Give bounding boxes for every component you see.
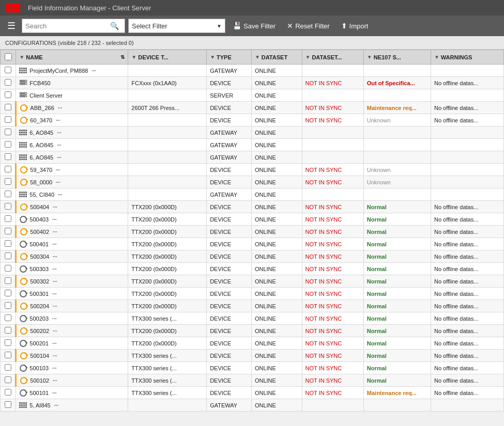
row-name-cell[interactable]: 500304••• [16, 250, 128, 263]
row-checkbox[interactable] [5, 265, 11, 272]
more-options-icon[interactable]: ••• [53, 229, 57, 234]
header-dataset2[interactable]: ▼ DATASET... [302, 50, 363, 65]
more-options-icon[interactable]: ••• [52, 217, 56, 222]
row-checkbox[interactable] [5, 67, 11, 73]
row-checkbox[interactable] [5, 166, 11, 172]
row-name-cell[interactable]: 6, AO845••• [16, 151, 128, 164]
gateway-icon [19, 191, 27, 198]
row-name-cell[interactable]: 500202••• [16, 325, 128, 337]
more-options-icon[interactable]: ••• [52, 341, 56, 345]
more-options-icon[interactable]: ••• [52, 366, 56, 370]
row-checkbox[interactable] [5, 203, 11, 210]
row-name-cell[interactable]: ABB_266••• [16, 102, 128, 114]
row-name-cell[interactable]: 59_3470••• [16, 164, 128, 176]
row-checkbox[interactable] [5, 104, 11, 111]
more-options-icon[interactable]: ••• [57, 155, 61, 160]
row-name-cell[interactable]: 500103••• [16, 362, 128, 374]
more-options-icon[interactable]: ••• [56, 167, 60, 172]
svg-rect-30 [19, 130, 21, 131]
select-all-checkbox[interactable] [5, 53, 12, 60]
header-name[interactable]: ▼ NAME ⇅ [16, 50, 128, 65]
row-name-cell[interactable]: 6, AO845••• [16, 139, 128, 151]
row-name-cell[interactable]: FCB450 [16, 77, 128, 89]
table-row: 500104•••TTX300 series (...DEVICEONLINEN… [1, 350, 504, 362]
row-checkbox[interactable] [5, 253, 11, 259]
row-checkbox[interactable] [5, 327, 11, 334]
row-name-cell[interactable]: 55, CI840••• [16, 188, 128, 201]
row-name-cell[interactable]: 500203••• [16, 312, 128, 325]
filter-select-dropdown[interactable]: Select Filter ▼ [128, 19, 225, 33]
row-checkbox[interactable] [5, 141, 11, 148]
row-name-cell[interactable]: Client Server [16, 89, 128, 102]
row-name-cell[interactable]: 500101••• [16, 387, 128, 399]
more-options-icon[interactable]: ••• [52, 390, 56, 395]
row-checkbox[interactable] [5, 401, 11, 408]
more-options-icon[interactable]: ••• [53, 304, 57, 308]
more-options-icon[interactable]: ••• [58, 192, 62, 197]
row-checkbox[interactable] [5, 215, 11, 222]
row-checkbox[interactable] [5, 302, 11, 309]
more-options-icon[interactable]: ••• [52, 242, 56, 246]
more-options-icon[interactable]: ••• [56, 180, 60, 184]
row-name-cell[interactable]: 500402••• [16, 226, 128, 238]
row-name-cell[interactable]: ProjectMyConf, PM888••• [16, 65, 128, 77]
row-name-cell[interactable]: 60_3470••• [16, 114, 128, 127]
row-checkbox[interactable] [5, 339, 11, 346]
row-name-cell[interactable]: 500204••• [16, 300, 128, 312]
header-warnings[interactable]: ▼ WARNINGS [431, 50, 503, 65]
more-options-icon[interactable]: ••• [56, 118, 60, 122]
more-options-icon[interactable]: ••• [53, 378, 57, 383]
row-name-cell[interactable]: 500302••• [16, 275, 128, 288]
row-name-cell[interactable]: 500303••• [16, 263, 128, 275]
row-name-cell[interactable]: 500301••• [16, 288, 128, 300]
row-checkbox[interactable] [5, 290, 11, 296]
hamburger-menu-button[interactable]: ☰ [4, 19, 19, 33]
header-type[interactable]: ▼ TYPE [207, 50, 252, 65]
row-checkbox[interactable] [5, 191, 11, 197]
row-checkbox[interactable] [5, 352, 11, 358]
more-options-icon[interactable]: ••• [53, 353, 57, 358]
row-checkbox[interactable] [5, 178, 11, 185]
row-checkbox[interactable] [5, 376, 11, 383]
row-checkbox[interactable] [5, 91, 11, 98]
more-options-icon[interactable]: ••• [53, 254, 57, 259]
more-options-icon[interactable]: ••• [52, 266, 56, 271]
row-name-cell[interactable]: 500401••• [16, 238, 128, 250]
row-checkbox[interactable] [5, 153, 11, 160]
row-checkbox[interactable] [5, 240, 11, 247]
more-options-icon[interactable]: ••• [54, 403, 58, 407]
more-options-icon[interactable]: ••• [53, 328, 57, 333]
row-name-cell[interactable]: 5, AI845••• [16, 399, 128, 412]
header-dataset[interactable]: ▼ DATASET [251, 50, 302, 65]
header-device-type[interactable]: ▼ DEVICE T... [128, 50, 207, 65]
row-checkbox[interactable] [5, 129, 11, 135]
row-name-cell[interactable]: 500403••• [16, 213, 128, 226]
row-checkbox[interactable] [5, 79, 11, 86]
more-options-icon[interactable]: ••• [53, 204, 57, 209]
search-input[interactable] [25, 22, 108, 30]
more-options-icon[interactable]: ••• [57, 130, 61, 135]
row-name-cell[interactable]: 500404••• [16, 201, 128, 213]
more-options-icon[interactable]: ••• [52, 316, 56, 321]
row-checkbox[interactable] [5, 389, 11, 396]
import-button[interactable]: ⬆ Import [337, 19, 373, 33]
row-name-cell[interactable]: 58_0000••• [16, 176, 128, 188]
header-ne107[interactable]: ▼ NE107 S... [363, 50, 431, 65]
row-name-cell[interactable]: 6, AO845••• [16, 127, 128, 139]
more-options-icon[interactable]: ••• [53, 279, 57, 283]
row-checkbox[interactable] [5, 277, 11, 284]
save-filter-button[interactable]: 💾 Save Filter [228, 19, 280, 33]
row-name-cell[interactable]: 500201••• [16, 337, 128, 350]
row-name-text: 500203 [29, 315, 49, 322]
row-checkbox[interactable] [5, 228, 11, 234]
reset-filter-button[interactable]: ✕ Reset Filter [283, 19, 333, 33]
row-name-cell[interactable]: 500102••• [16, 374, 128, 387]
row-checkbox[interactable] [5, 314, 11, 321]
more-options-icon[interactable]: ••• [52, 291, 56, 296]
more-options-icon[interactable]: ••• [57, 143, 61, 147]
more-options-icon[interactable]: ••• [91, 68, 96, 73]
row-name-cell[interactable]: 500104••• [16, 350, 128, 362]
row-checkbox[interactable] [5, 364, 11, 371]
row-checkbox[interactable] [5, 116, 11, 123]
more-options-icon[interactable]: ••• [58, 105, 62, 110]
